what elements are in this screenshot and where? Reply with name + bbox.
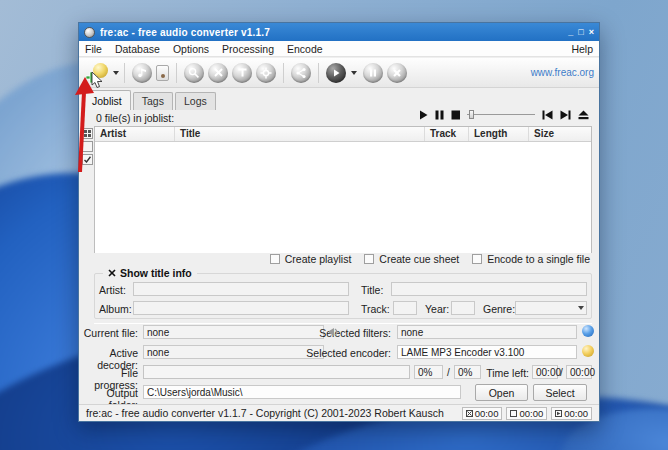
encoder-config-icon[interactable] — [582, 345, 594, 357]
next-icon — [560, 110, 571, 120]
create-playlist-checkbox[interactable] — [270, 254, 280, 264]
menu-file[interactable]: File — [85, 43, 102, 55]
joblist-table[interactable]: Artist Title Track Length Size — [94, 126, 592, 253]
music-note-icon — [137, 67, 148, 78]
stop-button[interactable] — [387, 63, 407, 83]
playback-controls — [419, 109, 589, 120]
time-display-3: 00:00 — [551, 407, 592, 420]
toolbar-separator — [176, 63, 177, 83]
artist-field[interactable] — [133, 282, 349, 296]
title-field[interactable] — [391, 282, 587, 296]
add-files-dropdown-icon[interactable] — [113, 71, 119, 75]
selected-filters-label: Selected filters: — [309, 327, 391, 339]
encode-single-file-checkbox[interactable] — [472, 254, 482, 264]
next-track-button[interactable] — [560, 110, 571, 120]
toolbar-separator — [318, 63, 319, 83]
eject-button[interactable] — [578, 110, 589, 120]
year-field[interactable] — [451, 301, 475, 315]
selected-encoder-combobox[interactable]: LAME MP3 Encoder v3.100 — [397, 345, 577, 359]
titlebar[interactable]: fre:ac - free audio converter v1.1.7 _ □… — [79, 23, 599, 41]
track-label: Track: — [361, 303, 390, 315]
copyright-text: fre:ac - free audio converter v1.1.7 - C… — [86, 407, 444, 419]
tab-bar: Joblist Tags Logs — [83, 90, 218, 110]
website-link[interactable]: www.freac.org — [531, 67, 594, 78]
time-left-label: Time left: — [485, 367, 529, 379]
open-button[interactable]: Open — [475, 384, 528, 401]
tagging-button[interactable] — [232, 63, 252, 83]
create-cue-sheet-checkbox[interactable] — [364, 254, 374, 264]
toolbar-separator — [283, 63, 284, 83]
mouse-cursor — [91, 72, 104, 89]
mini-pause-button[interactable] — [435, 110, 444, 120]
time-display-1: 00:00 — [462, 407, 503, 420]
column-artist[interactable]: Artist — [95, 127, 175, 141]
previous-icon — [542, 110, 553, 120]
track-field[interactable] — [393, 301, 417, 315]
stop-icon — [451, 110, 460, 120]
mini-stop-button[interactable] — [451, 110, 460, 120]
filters-info-icon[interactable] — [582, 325, 594, 337]
cddb-query-button[interactable] — [184, 63, 204, 83]
eject-icon — [578, 110, 589, 120]
column-track[interactable]: Track — [425, 127, 469, 141]
column-size[interactable]: Size — [529, 127, 591, 141]
statusbar: fre:ac - free audio converter v1.1.7 - C… — [79, 404, 599, 421]
select-button[interactable]: Select — [533, 384, 587, 401]
joblist-header: Artist Title Track Length Size — [95, 127, 591, 142]
slash: / — [560, 367, 563, 378]
play-dropdown-icon[interactable] — [351, 71, 357, 75]
window-title: fre:ac - free audio converter v1.1.7 — [100, 27, 568, 38]
remove-all-icon — [156, 65, 169, 81]
genre-combobox[interactable] — [515, 301, 587, 315]
artist-label: Artist: — [99, 284, 126, 296]
previous-track-button[interactable] — [542, 110, 553, 120]
encode-single-file-label: Encode to a single file — [487, 253, 590, 265]
menu-processing[interactable]: Processing — [222, 43, 274, 55]
annotation-arrow — [68, 76, 98, 178]
play-button[interactable] — [326, 63, 346, 83]
remove-all-button[interactable] — [156, 65, 169, 81]
selected-encoder-label: Selected encoder: — [297, 347, 391, 359]
menu-options[interactable]: Options — [173, 43, 209, 55]
menu-help[interactable]: Help — [571, 43, 593, 55]
album-field[interactable] — [133, 301, 349, 315]
add-audio-cd-button[interactable] — [132, 63, 152, 83]
megaphone-icon — [328, 326, 341, 338]
play-time-icon — [555, 410, 562, 417]
joblist-body[interactable] — [95, 142, 591, 253]
app-window: fre:ac - free audio converter v1.1.7 _ □… — [78, 22, 600, 422]
settings-tools-button[interactable] — [208, 63, 228, 83]
pause-button[interactable] — [363, 63, 383, 83]
play-icon — [331, 68, 341, 78]
file-progress-bar — [143, 365, 410, 379]
current-file-value: none — [143, 325, 324, 339]
close-button[interactable]: × — [589, 27, 594, 37]
encode-options: Create playlist Create cue sheet Encode … — [270, 253, 590, 265]
tab-tags[interactable]: Tags — [133, 92, 173, 110]
minimize-button[interactable]: _ — [568, 27, 573, 37]
seek-slider[interactable] — [467, 109, 535, 120]
menu-encode[interactable]: Encode — [287, 43, 323, 55]
toolbar-separator — [124, 63, 125, 83]
gear-icon — [260, 67, 272, 79]
collapse-x-icon[interactable] — [108, 269, 116, 277]
current-file-label: Current file: — [79, 327, 138, 339]
stop-time-icon — [510, 410, 517, 417]
x-icon — [392, 68, 402, 78]
configuration-button[interactable] — [256, 63, 276, 83]
percent-total: 0% — [454, 365, 481, 379]
dropdown-arrow-icon — [578, 306, 584, 310]
maximize-button[interactable]: □ — [578, 27, 583, 37]
title-label: Title: — [361, 284, 383, 296]
menu-database[interactable]: Database — [115, 43, 160, 55]
slider-groove — [467, 114, 535, 115]
output-folder-combobox[interactable]: C:\Users\jorda\Music\ — [143, 385, 461, 399]
record-time-icon — [466, 410, 473, 417]
tab-logs[interactable]: Logs — [175, 92, 216, 110]
slider-thumb[interactable] — [469, 110, 474, 119]
column-length[interactable]: Length — [469, 127, 529, 141]
pause-icon — [368, 68, 378, 78]
mini-play-button[interactable] — [419, 110, 428, 120]
column-title[interactable]: Title — [175, 127, 425, 141]
network-share-button[interactable] — [291, 63, 311, 83]
